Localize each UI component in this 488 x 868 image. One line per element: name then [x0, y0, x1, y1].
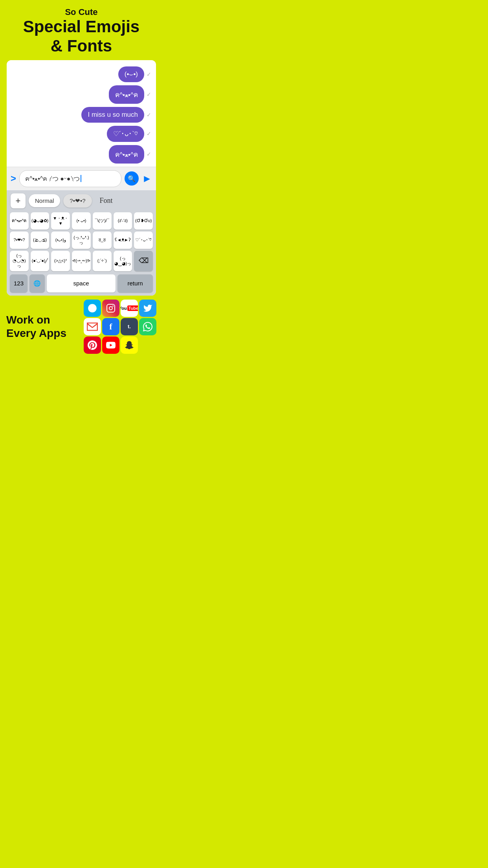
footer: Work onEvery Apps YouTube f t. — [0, 296, 163, 358]
tab-emoji[interactable]: ?•❤•? — [63, 194, 92, 208]
numbers-key[interactable]: 123 — [10, 274, 28, 292]
emoji-grid: ค^•ﻌ•^ค (◕ᴗ◕✿) ▼・ᴥ・▼ (• ᴗ•) ¯\(ツ)/¯ (ง'-… — [7, 211, 156, 273]
search-icon: 🔍 — [128, 175, 136, 182]
pinterest-icon[interactable] — [84, 337, 101, 354]
youtube2-icon[interactable] — [102, 337, 119, 354]
whatsapp-icon[interactable] — [139, 318, 156, 335]
svg-rect-0 — [107, 304, 115, 312]
snapchat-icon[interactable] — [121, 337, 138, 354]
send-button[interactable]: ► — [142, 173, 152, 185]
emoji-key[interactable]: ठ_ठ — [93, 232, 112, 249]
check-icon: ✓ — [147, 112, 151, 118]
gmail-icon[interactable] — [84, 318, 101, 335]
keyboard-area: + Normal ?•❤•? Font ค^•ﻌ•^ค (◕ᴗ◕✿) ▼・ᴥ・▼… — [7, 190, 156, 296]
chat-bubble: I miss u so much — [81, 107, 144, 123]
twitter-icon[interactable] — [139, 300, 156, 317]
emoji-key[interactable]: (●'◡'●)╱ — [31, 251, 50, 271]
tumblr-icon[interactable]: t. — [121, 318, 138, 335]
space-key[interactable]: space — [47, 274, 116, 292]
emoji-key[interactable]: ค^•ﻌ•^ค — [10, 212, 29, 230]
social-icons-grid: YouTube f t. — [84, 300, 156, 354]
emoji-key[interactable]: ▼・ᴥ・▼ — [51, 212, 70, 230]
search-button[interactable]: 🔍 — [125, 171, 139, 186]
skype-icon[interactable] — [84, 300, 101, 317]
input-text: ค^•ﻌ•^ค ༼つ ●ᵕ●༽つ — [25, 174, 80, 184]
message-row-4: ♡´･ᴗ･`♡ ✓ — [11, 126, 151, 142]
keyboard-tab-bar: + Normal ?•❤•? Font — [7, 190, 156, 211]
header: So Cute Special Emojis& Fonts — [0, 0, 163, 60]
emoji-key[interactable]: (Ơ❥Ơυ) — [134, 212, 153, 230]
message-row-3: I miss u so much ✓ — [11, 107, 151, 123]
emoji-key[interactable]: (っ ◕‿◕)っ — [114, 251, 132, 271]
globe-key[interactable]: 🌐 — [29, 274, 45, 292]
emoji-key[interactable]: (っ.❛ᴗ❛.)っ — [72, 232, 91, 249]
footer-text: Work onEvery Apps — [6, 313, 84, 340]
svg-point-1 — [109, 307, 112, 310]
emoji-key[interactable]: ¯\(ツ)/¯ — [93, 212, 112, 230]
chat-bubble: ค^•ﻌ•^ค — [109, 85, 144, 104]
check-icon: ✓ — [147, 71, 151, 77]
emoji-key[interactable]: (◕ᴗ◕✿) — [31, 212, 50, 230]
emoji-key[interactable]: (っ◔◡◔)っ — [10, 251, 29, 271]
youtube-icon[interactable]: YouTube — [121, 300, 138, 317]
emoji-key[interactable]: ♡´･ᴗ･`♡ — [134, 232, 153, 249]
message-row-5: ค^•ﻌ•^ค ✓ — [11, 145, 151, 164]
return-key[interactable]: return — [117, 274, 153, 292]
phone-screen: (•⌣•) ✓ ค^•ﻌ•^ค ✓ I miss u so much ✓ ♡´･… — [7, 60, 156, 296]
emoji-key[interactable]: (ง'-'ง) — [114, 212, 132, 230]
tab-normal[interactable]: Normal — [29, 194, 60, 207]
check-icon: ✓ — [147, 131, 151, 137]
emoji-key[interactable]: (;´༓`) — [93, 251, 112, 271]
expand-button[interactable]: > — [11, 173, 16, 184]
input-bar: > ค^•ﻌ•^ค ༼つ ●ᵕ●༽つ 🔍 ► — [7, 167, 156, 190]
delete-key[interactable]: ⌫ — [134, 251, 153, 271]
emoji-key[interactable]: (≧◡≦) — [31, 232, 50, 249]
check-icon: ✓ — [147, 91, 151, 97]
chat-bubble: ค^•ﻌ•^ค — [109, 145, 144, 164]
emoji-key[interactable]: ?•❤•? — [10, 232, 29, 249]
chat-bubble: (•⌣•) — [118, 66, 144, 82]
message-row-2: ค^•ﻌ•^ค ✓ — [11, 85, 151, 104]
tab-font[interactable]: Font — [95, 193, 117, 208]
emoji-key[interactable]: (•ᴗ•)و — [51, 232, 70, 249]
emoji-key[interactable]: (>△<)° — [51, 251, 70, 271]
chat-bubble: ♡´･ᴗ･`♡ — [107, 126, 144, 142]
text-input[interactable]: ค^•ﻌ•^ค ༼つ ●ᵕ●༽つ — [19, 170, 121, 187]
tab-plus-button[interactable]: + — [11, 193, 26, 208]
instagram-icon[interactable] — [102, 300, 119, 317]
emoji-key[interactable]: ᕙ(⇀‸↼)ᕗ — [72, 251, 91, 271]
check-icon: ✓ — [147, 151, 151, 157]
message-row-1: (•⌣•) ✓ — [11, 66, 151, 82]
keyboard-bottom-row: 123 🌐 space return — [7, 273, 156, 296]
emoji-key[interactable]: (• ᴗ•) — [72, 212, 91, 230]
facebook-icon[interactable]: f — [102, 318, 119, 335]
chat-area: (•⌣•) ✓ ค^•ﻌ•^ค ✓ I miss u so much ✓ ♡´･… — [7, 60, 156, 167]
emoji-key[interactable]: ʕ◄ᴥ►ʔ — [114, 232, 132, 249]
header-title: Special Emojis& Fonts — [8, 17, 155, 55]
svg-point-2 — [112, 305, 114, 307]
header-subtitle: So Cute — [8, 7, 155, 17]
